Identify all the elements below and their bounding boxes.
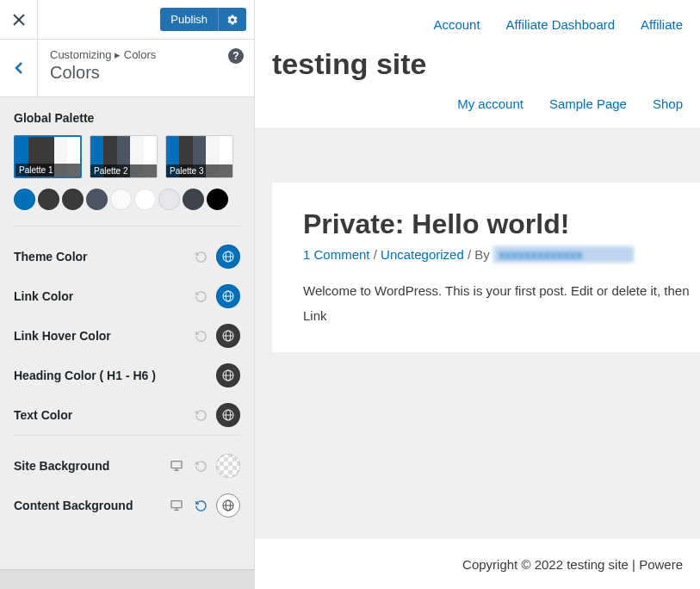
background-option-label: Site Background: [14, 459, 109, 473]
swatch-1[interactable]: [14, 189, 35, 210]
reset-button[interactable]: [192, 288, 209, 305]
site-preview: AccountAffiliate DashboardAffiliate test…: [255, 0, 700, 589]
globe-icon: [221, 408, 235, 422]
reset-button[interactable]: [192, 457, 209, 474]
back-button[interactable]: [0, 40, 38, 96]
divider: [14, 226, 240, 226]
palette-label: Palette 3: [166, 164, 232, 177]
swatch-5[interactable]: [110, 189, 132, 210]
nav-link[interactable]: Sample Page: [549, 96, 627, 111]
palette-2[interactable]: Palette 2: [90, 135, 158, 178]
globe-icon: [221, 329, 235, 343]
swatch-8[interactable]: [183, 189, 204, 210]
global-palette-label: Global Palette: [14, 111, 240, 125]
post-meta: 1 Comment / Uncategorized / By xxxxxxxxx…: [303, 247, 700, 262]
reset-button[interactable]: [192, 248, 209, 265]
close-icon: [13, 14, 25, 26]
background-option-label: Content Background: [14, 499, 133, 512]
help-button[interactable]: ?: [228, 48, 244, 64]
color-option-label: Theme Color: [14, 250, 88, 264]
color-option-row: Heading Color ( H1 - H6 ): [14, 356, 240, 395]
comments-link[interactable]: 1 Comment: [303, 247, 370, 262]
nav-link[interactable]: My account: [457, 96, 523, 111]
swatch-4[interactable]: [86, 189, 108, 210]
globe-icon: [221, 250, 235, 264]
author-name[interactable]: xxxxxxxxxxxxx: [493, 246, 635, 263]
divider: [14, 435, 240, 436]
responsive-button[interactable]: [168, 457, 185, 474]
reset-button[interactable]: [192, 406, 209, 424]
undo-icon: [195, 290, 208, 303]
color-option-label: Heading Color ( H1 - H6 ): [14, 369, 156, 382]
color-option-row: Link Hover Color: [14, 316, 240, 356]
undo-icon: [195, 499, 208, 512]
color-option-label: Link Color: [14, 289, 73, 303]
background-option-row: Content Background: [14, 486, 240, 525]
swatch-9[interactable]: [207, 189, 228, 210]
color-option-row: Link Color: [14, 276, 240, 316]
close-customizer-button[interactable]: [0, 0, 38, 40]
undo-icon: [195, 251, 208, 264]
desktop-icon: [170, 459, 183, 473]
color-picker[interactable]: [216, 493, 240, 518]
breadcrumb: Customizing ▸ Colors: [50, 48, 242, 61]
svg-rect-17: [171, 462, 182, 468]
svg-rect-20: [171, 501, 182, 508]
palette-3[interactable]: Palette 3: [165, 135, 233, 178]
swatch-2[interactable]: [38, 189, 59, 210]
site-footer: Copyright © 2022 testing site | Powere: [255, 539, 700, 589]
publish-button[interactable]: Publish: [160, 8, 218, 31]
swatch-6[interactable]: [134, 189, 156, 210]
palette-label: Palette 2: [90, 164, 157, 177]
site-title[interactable]: testing site: [272, 47, 683, 81]
color-picker[interactable]: [216, 284, 240, 308]
undo-icon: [195, 330, 208, 343]
chevron-left-icon: [15, 61, 23, 75]
globe-icon: [221, 499, 235, 512]
color-picker[interactable]: [216, 454, 240, 478]
undo-icon: [195, 409, 208, 422]
color-picker[interactable]: [216, 324, 240, 348]
reset-button[interactable]: [192, 327, 209, 344]
desktop-icon: [170, 499, 183, 512]
nav-link[interactable]: Affiliate Dashboard: [506, 17, 615, 32]
page-title: Colors: [50, 63, 242, 83]
panel-footer: [0, 569, 254, 589]
globe-icon: [221, 369, 235, 382]
globe-icon: [221, 289, 235, 303]
palette-label: Palette 1: [15, 164, 80, 177]
color-picker[interactable]: [216, 363, 240, 388]
swatch-7[interactable]: [158, 189, 180, 210]
post-body: Welcome to WordPress. This is your first…: [303, 279, 700, 328]
color-option-label: Link Hover Color: [14, 329, 111, 343]
nav-link[interactable]: Affiliate: [641, 17, 683, 32]
nav-link[interactable]: Shop: [653, 96, 683, 111]
gear-icon: [226, 14, 238, 26]
background-option-row: Site Background: [14, 446, 240, 486]
nav-link[interactable]: Account: [433, 17, 480, 32]
responsive-button[interactable]: [168, 497, 185, 514]
reset-button[interactable]: [192, 497, 209, 514]
color-option-row: Text Color: [14, 395, 240, 435]
publish-settings-button[interactable]: [218, 8, 246, 31]
color-option-label: Text Color: [14, 408, 72, 422]
color-picker[interactable]: [216, 403, 240, 427]
swatch-3[interactable]: [62, 189, 84, 210]
undo-icon: [195, 460, 208, 473]
color-picker[interactable]: [216, 245, 240, 269]
palette-1[interactable]: Palette 1: [14, 135, 82, 178]
category-link[interactable]: Uncategorized: [381, 247, 464, 262]
color-option-row: Theme Color: [14, 237, 240, 276]
post-title[interactable]: Private: Hello world!: [303, 208, 700, 240]
